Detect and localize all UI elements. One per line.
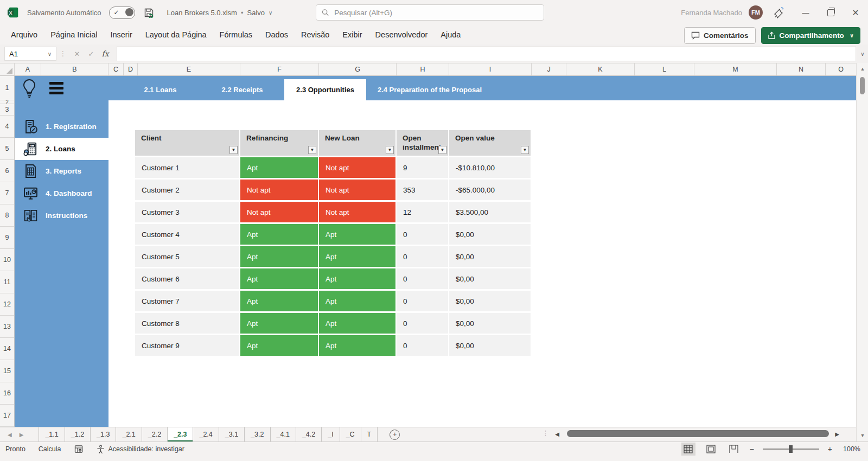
save-icon[interactable] bbox=[144, 8, 154, 18]
table-row[interactable]: Customer 7 Apt Apt 0 $0,00 bbox=[135, 291, 532, 313]
client-cell[interactable]: Customer 7 bbox=[135, 291, 240, 313]
client-cell[interactable]: Customer 1 bbox=[135, 157, 240, 180]
open-installment-cell[interactable]: 0 bbox=[397, 291, 449, 313]
refinancing-cell[interactable]: Apt bbox=[240, 268, 319, 291]
sheet-tab-2-1[interactable]: _2.1 bbox=[116, 427, 142, 441]
open-installment-cell[interactable]: 0 bbox=[397, 224, 449, 246]
sidebar-item-dashboard[interactable]: 4. Dashboard bbox=[15, 182, 108, 204]
search-box[interactable] bbox=[316, 4, 544, 21]
menu-inserir[interactable]: Inserir bbox=[104, 25, 138, 44]
filter-dropdown-icon[interactable]: ▼ bbox=[308, 146, 316, 154]
macro-record-icon[interactable] bbox=[74, 445, 83, 453]
open-installment-cell[interactable]: 9 bbox=[397, 157, 449, 180]
table-row[interactable]: Customer 3 Not apt Not apt 12 $3.500,00 bbox=[135, 202, 532, 224]
normal-view-icon[interactable] bbox=[681, 443, 695, 456]
page-break-preview-icon[interactable] bbox=[727, 443, 741, 456]
file-title[interactable]: Loan Brokers 5.0.xlsm • Salvo ∨ bbox=[167, 9, 273, 17]
row-header-17[interactable]: 17 bbox=[0, 405, 14, 427]
tab-2-4-preparation-of-the-proposal[interactable]: 2.4 Preparation of the Proposal bbox=[368, 79, 491, 100]
open-value-cell[interactable]: -$65.000,00 bbox=[449, 180, 532, 202]
column-header-j[interactable]: J bbox=[532, 63, 566, 75]
menu-layout-da-pagina[interactable]: Layout da Página bbox=[139, 25, 213, 44]
row-header-12[interactable]: 12 bbox=[0, 293, 14, 316]
refinancing-cell[interactable]: Apt bbox=[240, 246, 319, 268]
open-value-cell[interactable]: -$10.810,00 bbox=[449, 157, 532, 180]
scroll-down-icon[interactable]: ▼ bbox=[857, 431, 868, 440]
new-loan-cell[interactable]: Apt bbox=[319, 224, 397, 246]
zoom-slider-thumb[interactable] bbox=[789, 445, 793, 453]
open-installment-cell[interactable]: 353 bbox=[397, 180, 449, 202]
table-row[interactable]: Customer 6 Apt Apt 0 $0,00 bbox=[135, 268, 532, 291]
client-cell[interactable]: Customer 8 bbox=[135, 313, 240, 335]
open-value-cell[interactable]: $0,00 bbox=[449, 268, 532, 291]
sheet-tab-3-2[interactable]: _3.2 bbox=[245, 427, 270, 441]
open-value-cell[interactable]: $0,00 bbox=[449, 291, 532, 313]
column-header-m[interactable]: M bbox=[694, 63, 777, 75]
refinancing-cell[interactable]: Not apt bbox=[240, 202, 319, 224]
row-header-8[interactable]: 8 bbox=[0, 204, 14, 227]
sheet-tab-2-3[interactable]: _2.3 bbox=[168, 427, 193, 441]
menu-arquivo[interactable]: Arquivo bbox=[4, 25, 44, 44]
namebox-resize-handle[interactable]: ⋮ bbox=[60, 50, 67, 57]
close-button[interactable]: ✕ bbox=[843, 0, 868, 25]
filter-dropdown-icon[interactable]: ▼ bbox=[438, 146, 446, 154]
tab-2-1-loans[interactable]: 2.1 Loans bbox=[120, 79, 200, 100]
menu-pagina-inicial[interactable]: Página Inicial bbox=[44, 25, 104, 44]
name-box[interactable]: A1 ∨ bbox=[4, 47, 56, 61]
row-header-4[interactable]: 4 bbox=[0, 116, 14, 138]
sheet-tab-1-3[interactable]: _1.3 bbox=[91, 427, 116, 441]
column-header-c[interactable]: C bbox=[108, 63, 124, 75]
excel-app-icon[interactable]: X bbox=[8, 7, 20, 18]
zoom-slider[interactable] bbox=[763, 449, 819, 450]
sheet-tab-t[interactable]: T bbox=[361, 427, 378, 441]
refinancing-cell[interactable]: Not apt bbox=[240, 180, 319, 202]
row-header-1[interactable]: 1 bbox=[0, 76, 14, 100]
open-installment-cell[interactable]: 0 bbox=[397, 335, 449, 357]
sidebar-item-instructions[interactable]: Instructions bbox=[15, 204, 108, 227]
column-header-l[interactable]: L bbox=[635, 63, 694, 75]
row-header-15[interactable]: 15 bbox=[0, 360, 14, 382]
sheet-tab-4-1[interactable]: _4.1 bbox=[271, 427, 296, 441]
column-header-h[interactable]: H bbox=[397, 63, 449, 75]
formula-bar-expand-icon[interactable]: ∨ bbox=[857, 51, 868, 57]
menu-dados[interactable]: Dados bbox=[259, 25, 295, 44]
row-header-11[interactable]: 11 bbox=[0, 271, 14, 293]
client-cell[interactable]: Customer 2 bbox=[135, 180, 240, 202]
horizontal-scroll-thumb[interactable] bbox=[567, 430, 829, 437]
sheet-tab-1-2[interactable]: _1.2 bbox=[65, 427, 91, 441]
client-cell[interactable]: Customer 4 bbox=[135, 224, 240, 246]
new-loan-cell[interactable]: Apt bbox=[319, 246, 397, 268]
sidebar-item-reports[interactable]: 3. Reports bbox=[15, 160, 108, 182]
column-header-g[interactable]: G bbox=[319, 63, 397, 75]
table-row[interactable]: Customer 8 Apt Apt 0 $0,00 bbox=[135, 313, 532, 335]
horizontal-scrollbar[interactable] bbox=[564, 428, 833, 440]
vertical-scrollbar[interactable]: ▲ ▼ bbox=[856, 63, 868, 441]
client-cell[interactable]: Customer 5 bbox=[135, 246, 240, 268]
avatar[interactable]: FM bbox=[749, 5, 763, 20]
refinancing-cell[interactable]: Apt bbox=[240, 291, 319, 313]
table-row[interactable]: Customer 9 Apt Apt 0 $0,00 bbox=[135, 335, 532, 357]
refinancing-cell[interactable]: Apt bbox=[240, 335, 319, 357]
new-loan-cell[interactable]: Apt bbox=[319, 313, 397, 335]
column-header-k[interactable]: K bbox=[566, 63, 635, 75]
share-button[interactable]: Compartilhamento ∨ bbox=[761, 27, 860, 44]
row-header-9[interactable]: 9 bbox=[0, 227, 14, 249]
formula-input[interactable] bbox=[117, 46, 856, 61]
column-header-a[interactable]: A bbox=[15, 63, 41, 75]
open-value-cell[interactable]: $3.500,00 bbox=[449, 202, 532, 224]
status-calculate[interactable]: Calcula bbox=[39, 445, 61, 453]
tab-2-3-opportunities[interactable]: 2.3 Opportunities bbox=[284, 79, 366, 100]
new-loan-cell[interactable]: Apt bbox=[319, 268, 397, 291]
table-row[interactable]: Customer 4 Apt Apt 0 $0,00 bbox=[135, 224, 532, 246]
table-row[interactable]: Customer 2 Not apt Not apt 353 -$65.000,… bbox=[135, 180, 532, 202]
column-header-n[interactable]: N bbox=[777, 63, 826, 75]
open-installment-cell[interactable]: 0 bbox=[397, 246, 449, 268]
open-value-cell[interactable]: $0,00 bbox=[449, 335, 532, 357]
row-header-6[interactable]: 6 bbox=[0, 160, 14, 182]
sheet-tab-2-2[interactable]: _2.2 bbox=[142, 427, 168, 441]
sheet-nav-left-icon[interactable]: ◀ bbox=[8, 432, 12, 438]
insert-function-icon[interactable]: fx bbox=[98, 47, 112, 61]
confirm-entry-icon[interactable]: ✓ bbox=[84, 47, 98, 61]
sidebar-item-registration[interactable]: 1. Registration bbox=[15, 116, 108, 138]
menu-formulas[interactable]: Fórmulas bbox=[213, 25, 259, 44]
